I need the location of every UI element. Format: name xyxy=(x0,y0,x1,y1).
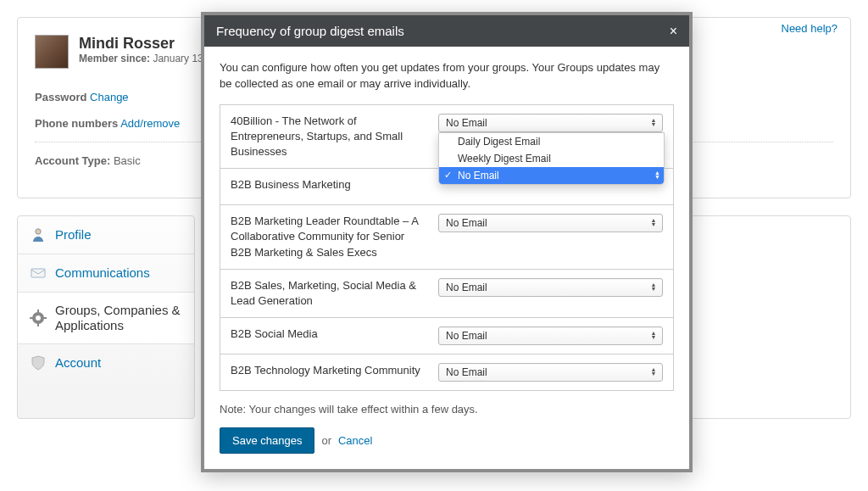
dropdown-option-label: No Email xyxy=(458,170,499,181)
group-digest-modal: Frequency of group digest emails × You c… xyxy=(201,12,693,472)
group-name: B2B Business Marketing xyxy=(231,177,428,192)
group-name: 40Billion - The Network of Entrepreneurs… xyxy=(231,114,428,160)
sidebar-item-label: Account xyxy=(55,355,101,371)
member-since: Member since: January 13, xyxy=(79,53,206,64)
frequency-select[interactable]: No Email ▲▼ xyxy=(438,114,663,132)
person-icon xyxy=(30,226,47,243)
svg-rect-4 xyxy=(37,310,39,313)
dropdown-option-daily[interactable]: Daily Digest Email xyxy=(439,133,664,150)
dropdown-option-none[interactable]: No Email ▲▼ xyxy=(439,167,664,184)
cancel-link[interactable]: Cancel xyxy=(338,434,372,447)
sidebar-item-groups[interactable]: Groups, Companies & Applications xyxy=(18,293,194,344)
updown-icon: ▲▼ xyxy=(648,368,662,377)
sidebar-item-label: Profile xyxy=(55,227,92,243)
group-row: B2B Social Media No Email ▲▼ xyxy=(220,318,673,354)
sidebar-item-label: Communications xyxy=(55,265,150,281)
password-label: Password xyxy=(35,91,86,103)
group-name: B2B Marketing Leader Roundtable – A Coll… xyxy=(231,214,428,260)
select-value: No Email xyxy=(446,330,487,342)
select-value: No Email xyxy=(446,117,487,129)
member-since-label: Member since: xyxy=(79,53,150,64)
group-name: B2B Sales, Marketing, Social Media & Lea… xyxy=(231,278,428,309)
modal-note: Note: Your changes will take effect with… xyxy=(220,403,674,416)
sidebar-item-communications[interactable]: Communications xyxy=(18,254,194,293)
select-value: No Email xyxy=(446,366,487,378)
phone-add-remove-link[interactable]: Add/remove xyxy=(120,117,180,130)
svg-rect-7 xyxy=(43,317,47,319)
account-type-label: Account Type: xyxy=(35,154,110,167)
shield-icon xyxy=(30,354,47,371)
group-name: B2B Technology Marketing Community xyxy=(231,363,428,378)
modal-titlebar: Frequency of group digest emails × xyxy=(204,15,689,47)
gear-icon xyxy=(30,310,47,326)
save-changes-button[interactable]: Save changes xyxy=(220,427,314,454)
group-row: 40Billion - The Network of Entrepreneurs… xyxy=(220,105,673,170)
updown-icon: ▲▼ xyxy=(654,171,660,180)
group-row: B2B Marketing Leader Roundtable – A Coll… xyxy=(220,205,673,270)
updown-icon: ▲▼ xyxy=(648,332,662,340)
member-since-value: January 13, xyxy=(153,53,206,64)
group-row: B2B Technology Marketing Community No Em… xyxy=(220,354,673,390)
phone-label: Phone numbers xyxy=(35,117,118,130)
sidebar-item-label: Groups, Companies & Applications xyxy=(55,303,182,333)
svg-rect-1 xyxy=(31,269,45,277)
svg-rect-6 xyxy=(30,317,33,319)
dropdown-option-weekly[interactable]: Weekly Digest Email xyxy=(439,150,664,167)
sidebar-item-account[interactable]: Account xyxy=(18,344,194,382)
account-type-value: Basic xyxy=(114,154,141,167)
group-name: B2B Social Media xyxy=(231,326,428,342)
group-table: 40Billion - The Network of Entrepreneurs… xyxy=(220,104,674,392)
frequency-select[interactable]: No Email ▲▼ xyxy=(438,363,663,382)
select-value: No Email xyxy=(446,217,487,229)
or-text: or xyxy=(321,434,331,447)
svg-point-0 xyxy=(36,229,41,234)
updown-icon: ▲▼ xyxy=(648,119,662,127)
password-change-link[interactable]: Change xyxy=(90,91,129,103)
modal-intro: You can configure how often you get upda… xyxy=(220,60,674,92)
envelope-icon xyxy=(30,265,47,282)
avatar xyxy=(35,35,69,69)
updown-icon: ▲▼ xyxy=(648,219,662,227)
frequency-select[interactable]: No Email ▲▼ xyxy=(438,214,663,232)
svg-rect-5 xyxy=(37,323,39,326)
frequency-dropdown: Daily Digest Email Weekly Digest Email N… xyxy=(438,132,665,185)
settings-sidebar: Profile Communications Groups, Companies… xyxy=(17,215,195,419)
profile-name: Mindi Rosser xyxy=(79,35,206,53)
group-row: B2B Sales, Marketing, Social Media & Lea… xyxy=(220,270,673,318)
frequency-select[interactable]: No Email ▲▼ xyxy=(438,278,663,297)
updown-icon: ▲▼ xyxy=(648,283,662,292)
frequency-select[interactable]: No Email ▲▼ xyxy=(438,326,663,345)
modal-close-button[interactable]: × xyxy=(670,25,677,38)
modal-title: Frequency of group digest emails xyxy=(216,24,404,38)
svg-point-3 xyxy=(36,315,41,321)
sidebar-item-profile[interactable]: Profile xyxy=(18,216,194,254)
need-help-link[interactable]: Need help? xyxy=(782,22,838,35)
select-value: No Email xyxy=(446,282,487,293)
